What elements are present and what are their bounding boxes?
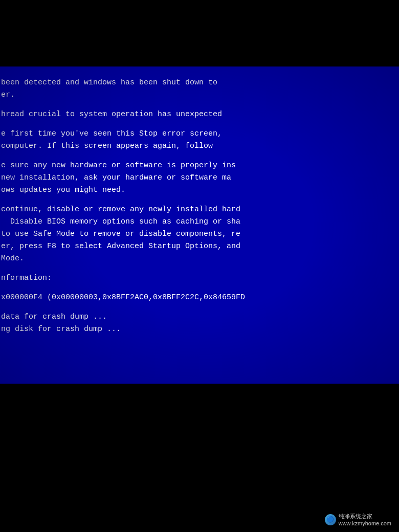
bsod-line: ng disk for crash dump ... — [0, 323, 399, 336]
watermark-site: 纯净系统之家 — [339, 513, 391, 520]
bsod-line: been detected and windows has been shut … — [0, 77, 399, 89]
top-black-bar — [0, 0, 399, 66]
screen: been detected and windows has been shut … — [0, 0, 399, 532]
bsod-spacer — [0, 196, 399, 204]
bsod-line: Mode. — [0, 253, 399, 265]
bsod-screen: been detected and windows has been shut … — [0, 66, 399, 384]
bsod-spacer — [0, 121, 399, 128]
bsod-line: er, press F8 to select Advanced Startup … — [0, 240, 399, 253]
bsod-line: e first time you've seen this Stop error… — [0, 128, 399, 140]
bsod-line: hread crucial to system operation has un… — [0, 108, 399, 121]
bsod-line: new installation, ask your hardware or s… — [0, 172, 399, 184]
watermark-text: 纯净系统之家 www.kzmyhome.com — [339, 513, 391, 526]
bsod-spacer — [0, 284, 399, 292]
watermark-url: www.kzmyhome.com — [339, 520, 391, 526]
bsod-line: Disable BIOS memory options such as cach… — [0, 216, 399, 228]
watermark: 🔵 纯净系统之家 www.kzmyhome.com — [322, 511, 395, 528]
bsod-spacer — [0, 304, 399, 311]
bsod-line: nformation: — [0, 272, 399, 284]
bsod-spacer — [0, 265, 399, 272]
watermark-icon: 🔵 — [325, 514, 336, 525]
bsod-line: to use Safe Mode to remove or disable co… — [0, 228, 399, 240]
bsod-spacer — [0, 101, 399, 108]
bsod-line: er. — [0, 89, 399, 101]
bsod-spacer — [0, 152, 399, 160]
bsod-content: been detected and windows has been shut … — [0, 66, 399, 384]
bsod-line: e sure any new hardware or software is p… — [0, 160, 399, 172]
bottom-black-bar — [0, 384, 399, 532]
bsod-line: computer. If this screen appears again, … — [0, 140, 399, 152]
bsod-line: data for crash dump ... — [0, 311, 399, 323]
bsod-line: ows updates you might need. — [0, 184, 399, 196]
bsod-line: continue, disable or remove any newly in… — [0, 204, 399, 216]
bsod-line: x000000F4 (0x00000003,0x8BFF2AC0,0x8BFF2… — [0, 292, 399, 304]
